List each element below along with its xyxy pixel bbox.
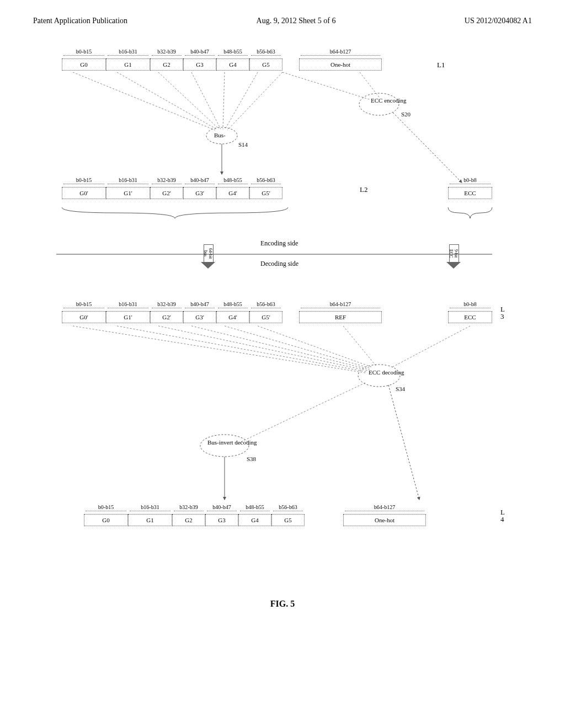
level-l2: L2 [360, 185, 367, 194]
svg-line-20 [343, 326, 376, 366]
l4-g5: G5 [271, 514, 305, 526]
svg-line-0 [73, 72, 215, 130]
l3-g3: G3' [183, 311, 216, 323]
l2-g4: G4' [216, 187, 249, 199]
svg-line-2 [158, 72, 219, 129]
svg-line-25 [388, 385, 419, 500]
svg-point-22 [358, 365, 400, 387]
l2-g1: G1' [106, 187, 150, 199]
l4-g4: G4 [238, 514, 271, 526]
svg-line-12 [393, 113, 462, 183]
svg-line-6 [227, 72, 282, 130]
ecc-arrow: 9-bit ECC [448, 243, 459, 267]
l3-g5: G5' [249, 311, 282, 323]
step-s20: S20 [401, 111, 411, 117]
l3-g0: G0' [62, 311, 106, 323]
l3-ecc: ECC [448, 311, 492, 323]
svg-line-1 [117, 72, 216, 129]
svg-line-16 [158, 326, 368, 371]
l1-g1: G1 [106, 58, 150, 71]
l2-row: G0' G1' G2' G3' G4' G5' [62, 187, 282, 199]
svg-line-21 [392, 326, 470, 367]
l4-g3: G3 [205, 514, 238, 526]
l4-bit-labels: b0-b15 b16-b31 b32-b39 b40-b47 b48-b55 b… [84, 504, 426, 510]
svg-line-17 [191, 326, 370, 370]
svg-line-23 [241, 383, 365, 442]
ecc-decoding-label: ECC decoding [369, 369, 391, 376]
l3-row: G0' G1' G2' G3' G4' G5' REF [62, 311, 382, 323]
header-right: US 2012/0204082 A1 [465, 17, 532, 25]
l4-g0: G0 [84, 514, 128, 526]
l1-g2: G2 [150, 58, 183, 71]
svg-line-8 [360, 72, 379, 97]
l2-g0: G0' [62, 187, 106, 199]
svg-line-18 [225, 326, 371, 368]
svg-line-4 [223, 72, 225, 129]
l4-row: G0 G1 G2 G3 G4 G5 One-hot [84, 514, 426, 526]
diagram-figure: b0-b15 b16-b31 b32-b39 b40-b47 b48-b55 b… [51, 42, 514, 593]
l3-g1: G1' [106, 311, 150, 323]
l2-g5: G5' [249, 187, 282, 199]
header-center: Aug. 9, 2012 Sheet 5 of 6 [257, 17, 336, 25]
svg-point-24 [200, 435, 249, 457]
ecc-arrow-label: 9-bit ECC [449, 244, 459, 263]
l2-ecc-bitlabel: b0-b8 [448, 177, 492, 183]
l2-ecc-row: ECC [448, 187, 492, 199]
step-s38: S38 [247, 456, 256, 462]
bus-arrow-label: 64-bit bus [204, 244, 214, 263]
l1-onehot: One-hot [299, 58, 382, 71]
l2-g2: G2' [150, 187, 183, 199]
l1-bit-labels: b0-b15 b16-b31 b32-b39 b40-b47 b48-b55 b… [62, 49, 382, 55]
l1-g3: G3 [183, 58, 216, 71]
l4-g1: G1 [128, 514, 172, 526]
svg-line-7 [282, 72, 371, 100]
step-s14: S14 [238, 141, 248, 148]
bus-encode-label: Bus- [214, 132, 226, 138]
step-s34: S34 [396, 386, 405, 392]
level-l1: L1 [437, 61, 445, 69]
figure-caption: FIG. 5 [11, 599, 554, 609]
l4-g2: G2 [172, 514, 205, 526]
l3-g4: G4' [216, 311, 249, 323]
l3-ecc-row: ECC [448, 311, 492, 323]
page-header: Patent Application Publication Aug. 9, 2… [11, 11, 554, 42]
svg-line-5 [225, 72, 258, 129]
svg-point-10 [359, 93, 399, 115]
l2-ecc: ECC [448, 187, 492, 199]
svg-line-14 [73, 326, 365, 373]
l1-g0: G0 [62, 58, 106, 71]
l1-row: G0 G1 G2 G3 G4 G5 One-hot [62, 58, 382, 71]
l1-g4: G4 [216, 58, 249, 71]
l3-bit-labels: b0-b15 b16-b31 b32-b39 b40-b47 b48-b55 b… [62, 301, 382, 307]
decoding-side-label: Decoding side [260, 260, 299, 268]
level-l4: L 4 [500, 508, 505, 523]
l3-ecc-bitlabel: b0-b8 [448, 301, 492, 307]
header-left: Patent Application Publication [33, 17, 127, 25]
l2-g3: G3' [183, 187, 216, 199]
svg-line-3 [191, 72, 221, 129]
l3-g2: G2' [150, 311, 183, 323]
bus-arrow: 64-bit bus [202, 243, 214, 267]
level-l3: L 3 [500, 306, 505, 320]
ecc-encoding-label: ECC encoding [371, 97, 390, 104]
svg-line-19 [258, 326, 372, 367]
svg-line-15 [117, 326, 366, 372]
l2-bit-labels: b0-b15 b16-b31 b32-b39 b40-b47 b48-b55 b… [62, 177, 282, 183]
l4-onehot: One-hot [343, 514, 426, 526]
l3-ref: REF [299, 311, 382, 323]
bus-invert-decoding-label: Bus-invert decoding [207, 439, 243, 446]
l1-g5: G5 [249, 58, 282, 71]
encoding-side-label: Encoding side [260, 239, 298, 248]
